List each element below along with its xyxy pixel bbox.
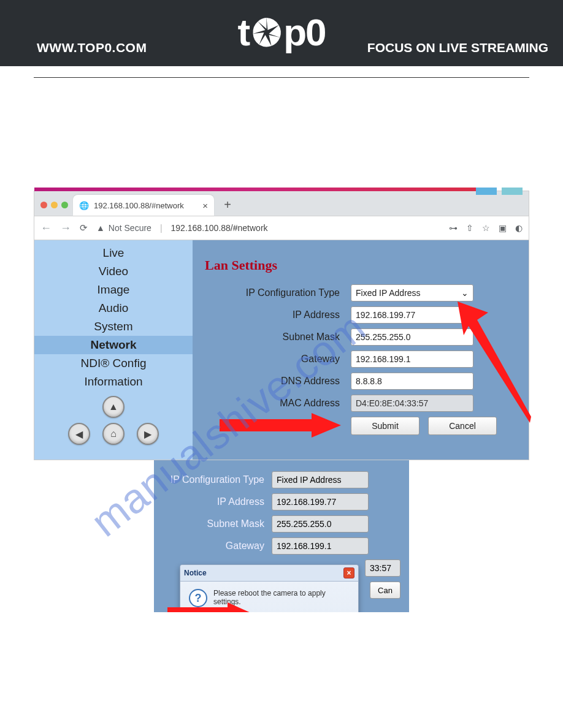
input-dns[interactable]: 8.8.8.8: [351, 373, 473, 390]
maximize-window-icon[interactable]: [61, 202, 68, 208]
label-ipconfig-2: IP Configuration Type: [163, 474, 272, 485]
url-bar: ← → ⟳ ▲ Not Secure | 192.168.100.88/#net…: [34, 216, 529, 240]
value-mac-partial: 33:57: [365, 559, 400, 577]
select-ipconfig[interactable]: Fixed IP Address⌄: [351, 284, 473, 301]
input-mac: D4:E0:8E:04:33:57: [351, 395, 473, 412]
dialog-title: Notice: [184, 569, 207, 577]
value-ipconfig-2: Fixed IP Address: [272, 471, 369, 488]
browser-tab[interactable]: 🌐 192.168.100.88/#network ×: [73, 195, 214, 216]
divider: [34, 77, 529, 78]
label-ip: IP Address: [205, 309, 351, 320]
minimize-window-icon[interactable]: [51, 202, 58, 208]
sidebar-item-audio[interactable]: Audio: [34, 299, 193, 317]
label-gateway: Gateway: [205, 354, 351, 365]
sidebar-item-video[interactable]: Video: [34, 262, 193, 281]
input-gateway[interactable]: 192.168.199.1: [351, 351, 473, 368]
new-tab-button[interactable]: +: [219, 198, 236, 212]
back-icon[interactable]: ←: [40, 222, 52, 235]
close-window-icon[interactable]: [40, 202, 47, 208]
sidebar-item-system[interactable]: System: [34, 317, 193, 336]
label-ip-2: IP Address: [163, 496, 272, 507]
brand-logo: t p0: [237, 10, 325, 54]
key-icon[interactable]: ⊶: [449, 223, 458, 233]
ptz-right-button[interactable]: ▶: [137, 423, 159, 445]
warning-icon: ▲: [96, 223, 105, 233]
tab-strip: 🌐 192.168.100.88/#network × +: [34, 191, 529, 216]
value-ip-2: 192.168.199.77: [272, 493, 369, 510]
security-label: Not Secure: [109, 223, 151, 233]
sidebar-item-live[interactable]: Live: [34, 244, 193, 262]
globe-icon: 🌐: [79, 201, 89, 210]
extensions-icon[interactable]: ▣: [499, 223, 507, 233]
main-panel: Lan Settings IP Configuration Type Fixed…: [193, 240, 529, 460]
ptz-left-button[interactable]: ◀: [68, 423, 90, 445]
settings-panel-2: IP Configuration TypeFixed IP Address IP…: [154, 460, 409, 612]
tab-title: 192.168.100.88/#network: [94, 201, 184, 210]
label-dns: DNS Address: [205, 376, 351, 387]
address-text[interactable]: 192.168.100.88/#network: [171, 223, 268, 233]
reload-icon[interactable]: ⟳: [80, 222, 88, 233]
sidebar-item-network[interactable]: Network: [34, 336, 193, 354]
label-subnet: Subnet Mask: [205, 332, 351, 343]
window-controls[interactable]: [40, 202, 68, 208]
input-subnet[interactable]: 255.255.255.0: [351, 328, 473, 346]
security-indicator[interactable]: ▲ Not Secure: [96, 223, 151, 233]
annotation-arrow: [220, 412, 342, 439]
page-header: WWW.TOP0.COM t p0 FOCUS ON LIVE STREAMIN…: [0, 0, 563, 66]
browser-window: 🌐 192.168.100.88/#network × + ← → ⟳ ▲ No…: [34, 191, 529, 460]
label-gateway-2: Gateway: [163, 540, 272, 552]
forward-icon[interactable]: →: [60, 222, 71, 235]
annotation-arrow: [458, 301, 531, 424]
cancel-button-cut[interactable]: Can: [370, 582, 400, 599]
dialog-close-button[interactable]: ×: [343, 567, 354, 578]
svg-marker-2: [167, 602, 252, 612]
sidebar-item-ndi[interactable]: NDI® Config: [34, 354, 193, 373]
aperture-icon: [250, 17, 282, 48]
sidebar-item-image[interactable]: Image: [34, 281, 193, 299]
ptz-up-button[interactable]: ▲: [102, 396, 124, 418]
label-mac: MAC Address: [205, 398, 351, 409]
header-url: WWW.TOP0.COM: [37, 40, 147, 55]
profile-icon[interactable]: ◐: [515, 223, 523, 233]
value-subnet-2: 255.255.255.0: [272, 515, 369, 533]
section-heading: Lan Settings: [205, 257, 516, 273]
header-tagline: FOCUS ON LIVE STREAMING: [367, 40, 548, 55]
svg-marker-1: [220, 413, 341, 438]
label-subnet-2: Subnet Mask: [163, 518, 272, 529]
ptz-home-button[interactable]: ⌂: [102, 423, 124, 445]
svg-marker-0: [458, 301, 531, 423]
sidebar: Live Video Image Audio System Network ND…: [34, 240, 193, 460]
logo-text-post: p0: [283, 10, 325, 54]
bookmark-icon[interactable]: ☆: [482, 223, 490, 233]
logo-text-pre: t: [237, 10, 249, 54]
close-tab-icon[interactable]: ×: [202, 200, 208, 211]
share-icon[interactable]: ⇧: [466, 223, 473, 233]
sidebar-item-information[interactable]: Information: [34, 373, 193, 391]
submit-button[interactable]: Submit: [351, 417, 419, 435]
label-ipconfig: IP Configuration Type: [205, 287, 351, 298]
chevron-down-icon: ⌄: [461, 288, 469, 298]
input-ip[interactable]: 192.168.199.77: [351, 306, 473, 324]
annotation-arrow: [167, 601, 253, 612]
value-gateway-2: 192.168.199.1: [272, 537, 369, 555]
app-body: Live Video Image Audio System Network ND…: [34, 240, 529, 460]
